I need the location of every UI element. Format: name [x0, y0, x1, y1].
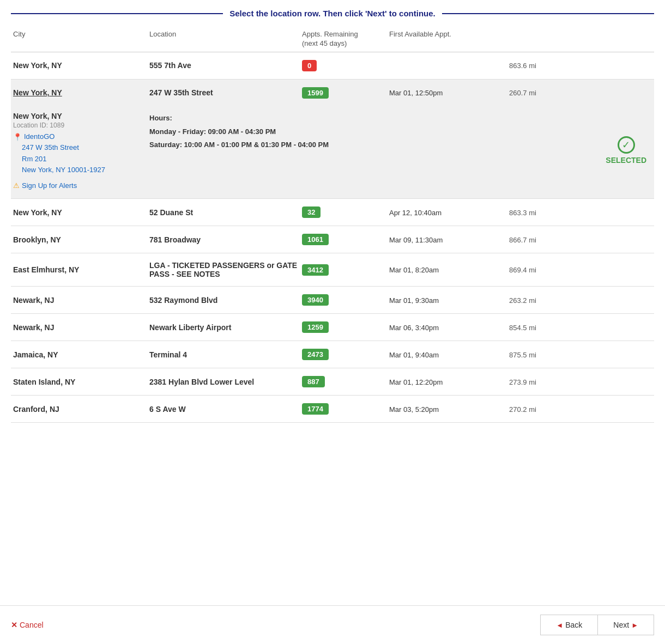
first-appt-cell: Mar 03, 5:20pm — [389, 405, 509, 414]
location-name: 2381 Hylan Blvd Lower Level — [149, 378, 254, 386]
location-cell: 532 Raymond Blvd — [149, 296, 302, 305]
address-block: 247 W 35th Street Rm 201 New York, NY 10… — [22, 142, 144, 176]
location-id: Location ID: 1089 — [13, 121, 144, 129]
location-cell: LGA - TICKETED PASSENGERS or GATE PASS -… — [149, 261, 302, 278]
appts-badge: 32 — [302, 206, 321, 218]
expanded-details: New York, NY Location ID: 1089 📍 IdentoG… — [11, 106, 654, 199]
distance-value: 273.9 mi — [509, 378, 536, 386]
col-distance-header — [509, 30, 652, 48]
badge-cell: 2473 — [302, 349, 389, 360]
footer: ✕ Cancel ◄ Back Next ► — [0, 605, 665, 644]
pin-icon: 📍 — [13, 133, 22, 141]
expanded-city: New York, NY — [13, 112, 62, 120]
first-appt-value: Mar 01, 8:20am — [389, 266, 439, 274]
city-name: New York, NY — [13, 208, 62, 217]
appts-badge: 0 — [302, 60, 317, 71]
distance-cell: 875.5 mi — [509, 350, 652, 359]
appts-badge: 887 — [302, 376, 325, 387]
first-appt-value: Mar 06, 3:40pm — [389, 324, 439, 332]
distance-value: 270.2 mi — [509, 405, 536, 414]
city-cell: East Elmhurst, NY — [13, 265, 149, 274]
location-cell: 555 7th Ave — [149, 61, 302, 70]
table-row[interactable]: Newark, NJ 532 Raymond Blvd 3940 Mar 01,… — [11, 287, 654, 314]
city-cell: New York, NY — [13, 88, 149, 97]
city-name: Brooklyn, NY — [13, 235, 61, 244]
check-circle-icon: ✓ — [618, 136, 635, 154]
location-cell: 52 Duane St — [149, 208, 302, 217]
city-cell: Newark, NJ — [13, 296, 149, 305]
table-row[interactable]: New York, NY 52 Duane St 32 Apr 12, 10:4… — [11, 199, 654, 226]
next-button[interactable]: Next ► — [597, 615, 654, 635]
location-name: 6 S Ave W — [149, 405, 186, 414]
header-line-right — [442, 13, 654, 14]
city-cell: Staten Island, NY — [13, 378, 149, 386]
address-line3: New York, NY 10001-1927 — [22, 165, 144, 176]
expanded-left: New York, NY Location ID: 1089 📍 IdentoG… — [13, 112, 149, 190]
table-row[interactable]: Cranford, NJ 6 S Ave W 1774 Mar 03, 5:20… — [11, 396, 654, 423]
distance-cell: 260.7 mi — [509, 88, 652, 97]
col-appts-header: Appts. Remaining (next 45 days) — [302, 30, 389, 48]
col-first-appt-header: First Available Appt. — [389, 30, 509, 48]
city-name: Jamaica, NY — [13, 350, 58, 359]
city-cell: Newark, NJ — [13, 323, 149, 332]
table-row[interactable]: Brooklyn, NY 781 Broadway 1061 Mar 09, 1… — [11, 226, 654, 253]
distance-cell: 263.2 mi — [509, 296, 652, 305]
alert-link[interactable]: ⚠ Sign Up for Alerts — [13, 181, 144, 190]
distance-value: 875.5 mi — [509, 351, 536, 359]
header-bar: Select the location row. Then click 'Nex… — [11, 9, 654, 18]
first-appt-cell: Mar 01, 12:50pm — [389, 88, 509, 97]
table-row[interactable]: New York, NY 555 7th Ave 0 863.6 mi — [11, 52, 654, 80]
location-cell: Newark Liberty Airport — [149, 323, 302, 332]
city-name: New York, NY — [13, 88, 62, 97]
location-name: 247 W 35th Street — [149, 88, 213, 97]
first-appt-cell: Mar 01, 8:20am — [389, 265, 509, 274]
distance-value: 869.4 mi — [509, 266, 536, 274]
identogo-link[interactable]: 📍 IdentoGO — [13, 132, 144, 141]
badge-cell: 1259 — [302, 321, 389, 333]
table-row[interactable]: Newark, NJ Newark Liberty Airport 1259 M… — [11, 314, 654, 341]
selected-badge: ✓ SELECTED — [606, 112, 652, 190]
location-cell: 2381 Hylan Blvd Lower Level — [149, 378, 302, 386]
city-cell: Cranford, NJ — [13, 405, 149, 414]
badge-cell: 1061 — [302, 234, 389, 245]
distance-cell: 854.5 mi — [509, 323, 652, 332]
appts-badge: 1061 — [302, 234, 329, 245]
hours-line1: Monday - Friday: 09:00 AM - 04:30 PM — [149, 125, 606, 138]
first-appt-value: Mar 01, 9:30am — [389, 296, 439, 305]
distance-cell: 273.9 mi — [509, 378, 652, 386]
hours-title: Hours: — [149, 112, 606, 124]
location-cell: Terminal 4 — [149, 350, 302, 359]
appts-badge: 1599 — [302, 87, 329, 99]
first-appt-value: Apr 12, 10:40am — [389, 209, 442, 217]
col-city-header: City — [13, 30, 149, 48]
badge-cell: 0 — [302, 60, 389, 71]
back-arrow-icon: ◄ — [556, 621, 563, 629]
badge-cell: 1599 — [302, 87, 389, 99]
back-button[interactable]: ◄ Back — [540, 615, 597, 635]
first-appt-value: Mar 01, 12:50pm — [389, 89, 443, 97]
table-row[interactable]: Staten Island, NY 2381 Hylan Blvd Lower … — [11, 368, 654, 396]
city-cell: New York, NY — [13, 208, 149, 217]
address-line2: Rm 201 — [22, 154, 144, 165]
first-appt-value: Mar 09, 11:30am — [389, 236, 443, 244]
distance-value: 263.2 mi — [509, 296, 536, 305]
city-name: Cranford, NJ — [13, 405, 59, 414]
table-row[interactable]: East Elmhurst, NY LGA - TICKETED PASSENG… — [11, 253, 654, 287]
table-row[interactable]: Jamaica, NY Terminal 4 2473 Mar 01, 9:40… — [11, 341, 654, 368]
appts-badge: 1259 — [302, 321, 329, 333]
alert-label: Sign Up for Alerts — [22, 181, 77, 190]
header-line-left — [11, 13, 223, 14]
table-row[interactable]: New York, NY 247 W 35th Street 1599 Mar … — [11, 80, 654, 106]
city-name: Newark, NJ — [13, 323, 54, 332]
first-appt-cell: Mar 01, 9:40am — [389, 350, 509, 359]
address-line1: 247 W 35th Street — [22, 142, 144, 154]
badge-cell: 887 — [302, 376, 389, 387]
distance-value: 863.6 mi — [509, 62, 536, 70]
city-name: New York, NY — [13, 61, 62, 70]
city-name: East Elmhurst, NY — [13, 265, 79, 274]
cancel-button[interactable]: ✕ Cancel — [11, 621, 44, 629]
first-appt-value: Mar 01, 12:20pm — [389, 378, 443, 386]
city-name: Newark, NJ — [13, 296, 54, 305]
table-header: City Location Appts. Remaining (next 45 … — [11, 27, 654, 52]
city-name: Staten Island, NY — [13, 378, 75, 386]
